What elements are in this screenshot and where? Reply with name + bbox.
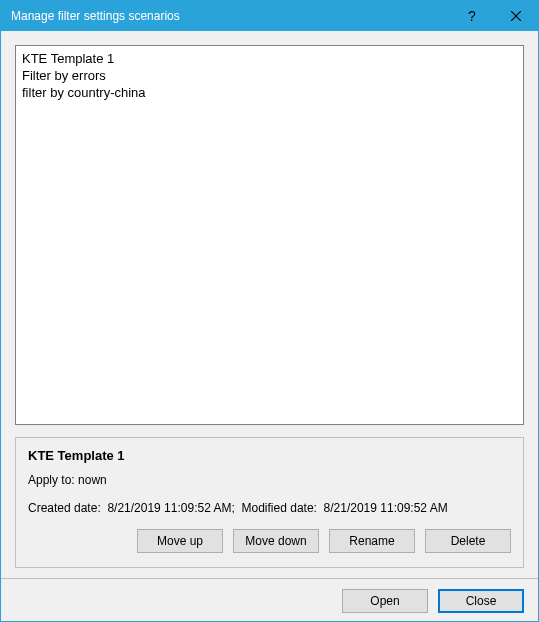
modified-date-label: Modified date: — [242, 501, 317, 515]
window-title: Manage filter settings scenarios — [11, 9, 450, 23]
close-icon — [511, 11, 521, 21]
move-down-button[interactable]: Move down — [233, 529, 319, 553]
help-icon: ? — [468, 8, 476, 24]
dialog-window: Manage filter settings scenarios ? KTE T… — [0, 0, 539, 622]
dialog-content: KTE Template 1 Filter by errors filter b… — [1, 31, 538, 621]
list-item[interactable]: Filter by errors — [22, 67, 517, 84]
list-item[interactable]: KTE Template 1 — [22, 50, 517, 67]
apply-to-label: Apply to: — [28, 473, 75, 487]
help-button[interactable]: ? — [450, 1, 494, 31]
created-date-value: 8/21/2019 11:09:52 AM — [107, 501, 231, 515]
close-button[interactable]: Close — [438, 589, 524, 613]
details-title: KTE Template 1 — [28, 448, 511, 463]
delete-button[interactable]: Delete — [425, 529, 511, 553]
details-apply-to: Apply to: nown — [28, 473, 511, 487]
created-date-label: Created date: — [28, 501, 101, 515]
details-dates: Created date: 8/21/2019 11:09:52 AM; Mod… — [28, 501, 511, 515]
rename-button[interactable]: Rename — [329, 529, 415, 553]
apply-to-value: nown — [78, 473, 107, 487]
scenario-listbox[interactable]: KTE Template 1 Filter by errors filter b… — [15, 45, 524, 425]
move-up-button[interactable]: Move up — [137, 529, 223, 553]
modified-date-value: 8/21/2019 11:09:52 AM — [324, 501, 448, 515]
open-button[interactable]: Open — [342, 589, 428, 613]
titlebar: Manage filter settings scenarios ? — [1, 1, 538, 31]
details-button-row: Move up Move down Rename Delete — [28, 529, 511, 553]
bottom-button-bar: Open Close — [1, 578, 538, 622]
list-item[interactable]: filter by country-china — [22, 84, 517, 101]
close-window-button[interactable] — [494, 1, 538, 31]
details-panel: KTE Template 1 Apply to: nown Created da… — [15, 437, 524, 568]
